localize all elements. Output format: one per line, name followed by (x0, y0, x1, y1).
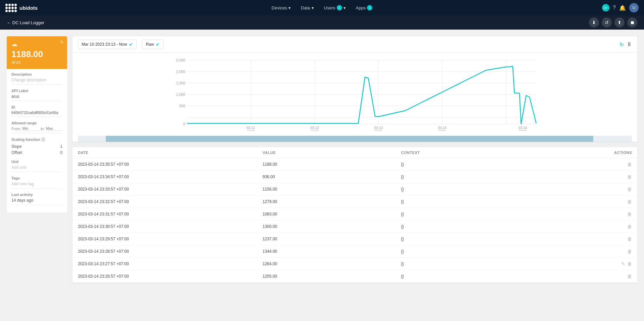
cell-context: {} (401, 262, 540, 266)
api-label-label: API Label (11, 89, 62, 93)
breadcrumb-bar: ← DC Load Logger ⬇ ↺ ⬆ ⏹ (0, 15, 644, 30)
table-row: 2023-03-14 23:27:57 +07:00 1264.00 {} ✎ … (73, 258, 637, 270)
svg-text:2023: 2023 (439, 130, 446, 131)
svg-text:0: 0 (183, 122, 185, 126)
table-row: 2023-03-14 23:35:57 +07:00 1188.00 {} 🗑 (73, 158, 637, 171)
delete-row-button[interactable]: 🗑 (627, 249, 632, 254)
id-section: ID 640b5732ca6dff000c01e56a (11, 105, 62, 117)
cell-context: {} (401, 199, 540, 204)
svg-text:1,500: 1,500 (176, 81, 185, 85)
cell-context: {} (401, 249, 540, 254)
time-range-button[interactable]: Mar 10 2023 23:13 - Now ✔ (78, 40, 137, 49)
delete-row-button[interactable]: 🗑 (627, 187, 632, 192)
nav-data[interactable]: Data ▾ (297, 3, 318, 12)
delete-row-button[interactable]: 🗑 (627, 224, 632, 229)
slope-row: Slope 1 (11, 144, 62, 150)
raw-mode-button[interactable]: Raw ✔ (142, 40, 164, 49)
edit-widget-icon[interactable]: ✎ (60, 40, 64, 45)
svg-text:03-14: 03-14 (438, 126, 447, 130)
nav-apps[interactable]: Apps 1 (352, 3, 377, 12)
download-button[interactable]: ⬇ (589, 17, 599, 28)
th-value: VALUE (263, 151, 401, 155)
max-input[interactable] (46, 126, 63, 131)
delete-row-button[interactable]: 🗑 (627, 236, 632, 242)
logo[interactable]: ubidots (5, 4, 38, 12)
cell-value: 1083.00 (263, 212, 401, 216)
apps-badge: 1 (367, 5, 372, 10)
cell-actions: 🗑 (540, 274, 632, 279)
nav-center: Devices ▾ Data ▾ Users 1 ▾ Apps 1 (268, 3, 376, 12)
svg-text:2023: 2023 (375, 130, 382, 131)
min-input[interactable] (22, 126, 39, 131)
last-activity-section: Last activity 14 days ago (11, 193, 62, 205)
cell-context: {} (401, 174, 540, 179)
delete-row-button[interactable]: 🗑 (627, 274, 632, 279)
bell-icon[interactable]: 🔔 (619, 5, 626, 11)
chart-area: 2,500 2,000 1,500 1,000 500 0 03-11 2023… (73, 53, 637, 134)
widget-label: arus (11, 59, 62, 65)
allowed-range-label: Allowed range (11, 121, 62, 125)
cell-date: 2023-03-14 23:30:57 +07:00 (78, 224, 263, 229)
description-input[interactable]: Change description (11, 78, 62, 85)
delete-row-button[interactable]: 🗑 (627, 199, 632, 204)
cell-context: {} (401, 162, 540, 167)
widget-value: 1188.00 (11, 49, 62, 59)
table-header: DATE VALUE CONTEXT ACTIONS (73, 147, 637, 158)
undo-icon: ↺ (605, 20, 609, 25)
edit-row-icon[interactable]: ✎ (621, 261, 625, 267)
cell-value: 1237.00 (263, 237, 401, 241)
breadcrumb[interactable]: ← DC Load Logger (7, 20, 44, 25)
upload-button[interactable]: ⬆ (614, 17, 625, 28)
slope-value: 1 (60, 144, 62, 149)
svg-text:03-12: 03-12 (310, 126, 319, 130)
cell-date: 2023-03-14 23:27:57 +07:00 (78, 262, 263, 266)
range-row: From: to: (11, 126, 62, 133)
delete-row-button[interactable]: 🗑 (627, 261, 632, 267)
chart-scroll-thumb[interactable] (106, 136, 593, 142)
scaling-label: Scaling function ⓘ (11, 137, 62, 142)
delete-row-button[interactable]: 🗑 (627, 174, 632, 179)
toolbar-actions: ⬇ ↺ ⬆ ⏹ (589, 17, 637, 28)
svg-text:03-14: 03-14 (518, 126, 527, 130)
unit-label: Unit (11, 160, 62, 164)
raw-chevron-icon: ✔ (156, 42, 160, 47)
cell-date: 2023-03-14 23:28:57 +07:00 (78, 249, 263, 254)
refresh-icon[interactable]: ↻ (619, 41, 624, 48)
table-row: 2023-03-14 23:33:57 +07:00 1156.00 {} 🗑 (73, 183, 637, 196)
cell-date: 2023-03-14 23:31:57 +07:00 (78, 212, 263, 216)
left-panel: ✎ ☁ 1188.00 arus Description Change desc… (7, 36, 67, 283)
stop-button[interactable]: ⏹ (627, 17, 637, 28)
last-activity-label: Last activity (11, 193, 62, 197)
scaling-section: Scaling function ⓘ Slope 1 Offset 0 (11, 137, 62, 156)
delete-row-button[interactable]: 🗑 (627, 162, 632, 167)
from-label: From: (11, 127, 21, 131)
widget-card: ✎ ☁ 1188.00 arus (7, 36, 67, 69)
nav-devices[interactable]: Devices ▾ (268, 3, 295, 12)
notifications-count-badge[interactable]: 9+ (602, 4, 609, 11)
cell-date: 2023-03-14 23:32:57 +07:00 (78, 199, 263, 204)
chart-scrollbar[interactable] (78, 136, 632, 142)
pause-icon[interactable]: ⏸ (627, 41, 632, 47)
time-range-chevron-icon: ✔ (129, 42, 133, 47)
th-date: DATE (78, 151, 263, 155)
chart-toolbar-right: ↻ ⏸ (619, 41, 632, 48)
slope-label: Slope (11, 144, 22, 149)
table-row: 2023-03-14 23:34:57 +07:00 936.00 {} 🗑 (73, 171, 637, 183)
offset-row: Offset 0 (11, 150, 62, 156)
tags-input[interactable]: Add new tag (11, 182, 62, 189)
help-circle-icon[interactable]: ⓘ (41, 137, 45, 142)
cell-value: 936.00 (263, 174, 401, 179)
nav-users[interactable]: Users 1 ▾ (320, 3, 350, 12)
undo-button[interactable]: ↺ (602, 17, 612, 28)
chart-toolbar: Mar 10 2023 23:13 - Now ✔ Raw ✔ ↻ ⏸ (73, 36, 637, 53)
logo-text: ubidots (19, 5, 38, 11)
offset-value: 0 (60, 150, 62, 155)
delete-row-button[interactable]: 🗑 (627, 211, 632, 217)
avatar[interactable]: U (629, 3, 639, 12)
unit-input[interactable]: Add unit (11, 165, 62, 172)
th-context: CONTEXT (401, 151, 540, 155)
cell-context: {} (401, 274, 540, 279)
help-icon[interactable]: ? (613, 5, 616, 11)
stop-icon: ⏹ (630, 20, 635, 25)
time-range-text: Mar 10 2023 23:13 - Now (82, 42, 127, 47)
